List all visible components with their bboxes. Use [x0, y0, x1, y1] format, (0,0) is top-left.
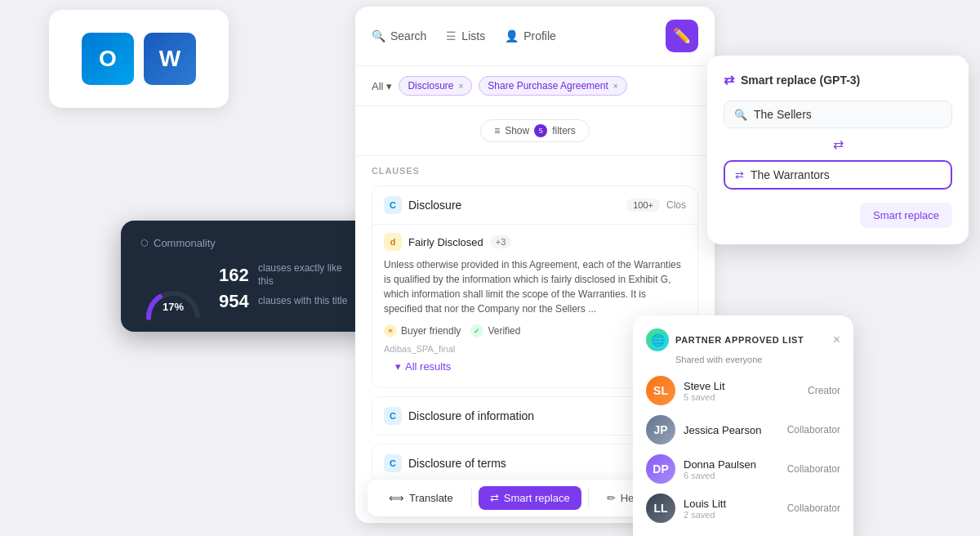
commonality-stats: 162 clauses exactly like this 954 clause… — [219, 262, 354, 315]
commonality-title: Commonality — [140, 237, 354, 249]
verified-label: Verified — [488, 325, 520, 337]
search-field-value: The Sellers — [754, 108, 812, 121]
disclosure-close-icon[interactable]: × — [458, 82, 463, 91]
profile-nav[interactable]: 👤 Profile — [505, 29, 556, 42]
smart-replace-button[interactable]: Smart replace — [860, 203, 952, 228]
user-info-donna: Donna Paulsen 6 saved — [684, 458, 779, 480]
smart-replace-toolbar-button[interactable]: ⇄ Smart replace — [479, 486, 581, 510]
panel-title: ⇄ Smart replace (GPT-3) — [724, 72, 952, 87]
exact-desc: clauses exactly like this — [258, 262, 354, 288]
show-label: Show — [505, 125, 529, 136]
sub-name: Fairly Disclosed — [408, 236, 483, 248]
nav-items: 🔍 Search ☰ Lists 👤 Profile — [372, 29, 556, 42]
office-card: O W — [49, 10, 229, 108]
avatar-donna: DP — [646, 454, 675, 484]
spa-close-icon[interactable]: × — [613, 82, 618, 91]
translate-button[interactable]: ⟺ Translate — [377, 486, 465, 510]
partner-user-donna: DP Donna Paulsen 6 saved Collaborator — [646, 454, 840, 484]
clause-sub: d Fairly Disclosed +3 — [384, 233, 686, 251]
sub-tag-more: +3 — [490, 235, 512, 248]
chevron-down-icon: ▾ — [386, 80, 392, 92]
user-saved-donna: 6 saved — [684, 471, 779, 480]
all-results-label: All results — [405, 360, 451, 373]
profile-label: Profile — [523, 29, 556, 42]
partner-header: 🌐 PARTNER APPROVED LIST × — [646, 328, 840, 351]
user-saved-steve: 5 saved — [684, 392, 800, 402]
search-icon: 🔍 — [372, 29, 385, 42]
gauge-label: 17% — [163, 301, 184, 313]
user-name-donna: Donna Paulsen — [684, 458, 779, 471]
avatar-jessica: JP — [646, 415, 675, 444]
user-info-louis: Louis Litt 2 saved — [684, 498, 779, 520]
buyer-dot: ☀ — [384, 324, 397, 337]
partner-user-steve: SL Steve Lit 5 saved Creator — [646, 376, 840, 405]
clause-name-terms: Disclosure of terms — [408, 457, 506, 470]
search-nav[interactable]: 🔍 Search — [372, 29, 426, 42]
commonality-card: Commonality 17% 162 clauses exactly like… — [121, 221, 374, 332]
smart-replace-panel: ⇄ Smart replace (GPT-3) 🔍 The Sellers ⇄ … — [707, 56, 969, 244]
partner-title-row: 🌐 PARTNER APPROVED LIST — [646, 328, 804, 351]
user-info-jessica: Jessica Pearson — [684, 424, 779, 436]
smart-replace-replace-field[interactable]: ⇄ — [724, 160, 952, 190]
filter-lines-icon: ≡ — [494, 125, 500, 136]
sub-tags: +3 — [490, 235, 512, 248]
smart-replace-toolbar-icon: ⇄ — [490, 492, 499, 504]
filter-all[interactable]: All ▾ — [372, 80, 392, 92]
user-info-steve: Steve Lit 5 saved — [684, 380, 800, 402]
clause-badge-c: C — [384, 196, 402, 214]
translate-icon: ⟺ — [389, 492, 404, 504]
user-name-jessica: Jessica Pearson — [684, 424, 779, 436]
filters-label: filters — [552, 125, 576, 136]
clause-badge-c3: C — [384, 454, 402, 472]
main-header: 🔍 Search ☰ Lists 👤 Profile ✏️ — [355, 7, 715, 66]
verified-tag: ✓ Verified — [470, 324, 520, 337]
edit-button[interactable]: ✏️ — [666, 20, 698, 52]
outlook-icon: O — [82, 33, 134, 85]
replace-input[interactable] — [751, 168, 941, 181]
clause-status: Clos — [666, 199, 686, 211]
user-role-jessica: Collaborator — [787, 424, 840, 436]
word-icon: W — [144, 33, 196, 85]
user-name-louis: Louis Litt — [684, 498, 779, 510]
buyer-tag: ☀ Buyer friendly — [384, 324, 461, 337]
filter-disclosure[interactable]: Disclosure × — [399, 76, 472, 96]
spa-tag-label: Share Purchase Agreement — [488, 80, 608, 92]
swap-icon: ⇄ — [833, 136, 844, 152]
user-role-steve: Creator — [808, 385, 840, 396]
avatar-steve: SL — [646, 376, 675, 405]
search-field-icon: 🔍 — [734, 109, 747, 121]
lists-nav[interactable]: ☰ Lists — [446, 29, 485, 42]
clause-text: Unless otherwise provided in this Agreem… — [384, 257, 686, 316]
partner-list-panel: 🌐 PARTNER APPROVED LIST × Shared with ev… — [633, 315, 853, 536]
toolbar-divider-2 — [588, 489, 589, 508]
clause-header-disclosure[interactable]: C Disclosure 100+ Clos — [372, 186, 697, 224]
smart-replace-icon: ⇄ — [724, 72, 734, 87]
smart-replace-toolbar-label: Smart replace — [504, 492, 570, 504]
translate-label: Translate — [409, 492, 453, 504]
clause-count: 100+ — [626, 199, 660, 212]
partner-shared-label: Shared with everyone — [675, 355, 840, 364]
clause-name-disclosure: Disclosure — [408, 199, 461, 212]
filter-spa[interactable]: Share Purchase Agreement × — [479, 76, 626, 96]
user-saved-louis: 2 saved — [684, 510, 779, 520]
clause-name-info: Disclosure of information — [408, 409, 534, 422]
title-count: 954 — [219, 291, 252, 312]
partner-close-button[interactable]: × — [833, 333, 840, 347]
clauses-label: CLAUSES — [372, 166, 698, 176]
globe-icon: 🌐 — [646, 328, 669, 351]
verified-dot: ✓ — [470, 324, 483, 337]
sub-badge-d: d — [384, 233, 402, 251]
partner-title: PARTNER APPROVED LIST — [675, 335, 804, 345]
user-role-donna: Collaborator — [787, 463, 840, 475]
filters-bar: All ▾ Disclosure × Share Purchase Agreem… — [355, 66, 715, 106]
lists-label: Lists — [461, 29, 485, 42]
filter-count-badge: 5 — [534, 124, 547, 137]
disclosure-tag-label: Disclosure — [408, 80, 453, 92]
replace-icon: ⇄ — [735, 169, 744, 181]
toolbar-divider — [471, 489, 472, 508]
lists-icon: ☰ — [446, 29, 457, 42]
search-label: Search — [390, 29, 426, 42]
show-filters-btn[interactable]: ≡ Show 5 filters — [480, 119, 590, 142]
smart-replace-search-field: 🔍 The Sellers — [724, 100, 952, 128]
chevron-down-icon: ▾ — [395, 360, 401, 373]
